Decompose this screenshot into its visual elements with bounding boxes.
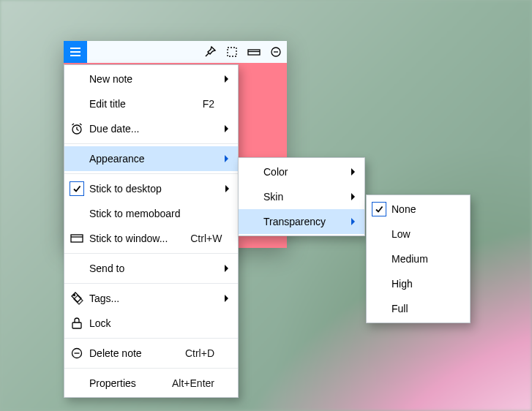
alarm-clock-icon	[70, 121, 84, 136]
menu-item-label: Edit title	[89, 98, 171, 110]
menu-item-label: Full	[391, 303, 464, 314]
window-icon	[247, 47, 261, 57]
menu-item-delete-note[interactable]: Delete note Ctrl+D	[64, 341, 238, 366]
menu-item-skin[interactable]: Skin	[239, 184, 364, 209]
hamburger-icon	[70, 47, 81, 57]
svg-rect-1	[70, 51, 80, 53]
menu-item-label: Delete note	[89, 347, 171, 359]
hamburger-menu-button[interactable]	[64, 41, 87, 63]
note-titlebar	[64, 41, 287, 63]
menu-item-shortcut: Ctrl+W	[178, 233, 228, 244]
menu-item-transparency-high[interactable]: High	[367, 271, 470, 296]
menu-separator	[64, 253, 238, 254]
menu-item-shortcut: F2	[171, 98, 220, 110]
menu-item-label: Due date...	[89, 123, 171, 135]
menu-item-lock[interactable]: Lock	[64, 311, 238, 336]
minus-circle-icon	[270, 46, 282, 58]
appearance-submenu: Color Skin Transparency	[238, 157, 365, 236]
menu-item-label: Low	[391, 228, 464, 240]
menu-item-label: Appearance	[89, 153, 171, 165]
svg-line-12	[72, 124, 75, 125]
submenu-arrow-icon	[351, 193, 355, 200]
menu-item-edit-title[interactable]: Edit title F2	[64, 91, 238, 116]
submenu-arrow-icon	[351, 168, 355, 176]
menu-item-label: Properties	[89, 377, 171, 389]
menu-item-appearance[interactable]: Appearance	[64, 146, 238, 171]
collapse-button[interactable]	[265, 41, 287, 63]
submenu-arrow-icon	[225, 75, 228, 83]
menu-item-color[interactable]: Color	[239, 159, 364, 184]
menu-item-label: Send to	[89, 263, 171, 274]
window-button[interactable]	[243, 41, 265, 63]
menu-item-label: Color	[263, 166, 347, 178]
selection-button[interactable]	[221, 41, 243, 63]
svg-point-16	[74, 295, 75, 296]
svg-rect-2	[70, 55, 80, 56]
menu-item-label: Stick to desktop	[89, 183, 172, 195]
menu-item-label: New note	[89, 73, 171, 85]
svg-rect-5	[248, 50, 260, 55]
submenu-arrow-icon	[225, 155, 228, 162]
svg-rect-17	[72, 323, 81, 328]
menu-item-transparency-medium[interactable]: Medium	[367, 246, 470, 271]
menu-item-label: Stick to window...	[89, 233, 178, 244]
svg-rect-4	[228, 48, 236, 56]
menu-item-transparency-none[interactable]: None	[367, 197, 470, 222]
checkbox-checked-icon	[372, 202, 386, 216]
submenu-arrow-icon	[225, 295, 228, 302]
menu-item-send-to[interactable]: Send to	[64, 256, 238, 281]
checkbox-checked-icon	[70, 181, 84, 196]
svg-line-11	[77, 129, 79, 131]
submenu-arrow-icon	[351, 218, 355, 225]
menu-item-new-note[interactable]: New note	[64, 67, 238, 91]
tags-icon	[70, 291, 84, 306]
menu-separator	[64, 338, 238, 339]
svg-rect-14	[71, 235, 83, 242]
menu-item-label: Tags...	[89, 293, 171, 304]
submenu-arrow-icon	[225, 265, 228, 272]
menu-separator	[64, 368, 238, 369]
svg-line-3	[206, 53, 209, 56]
svg-line-13	[80, 124, 82, 125]
window-icon	[70, 233, 84, 244]
menu-item-transparency[interactable]: Transparency	[239, 209, 364, 234]
submenu-arrow-icon	[225, 125, 228, 132]
menu-item-due-date[interactable]: Due date...	[64, 116, 238, 141]
menu-item-label: None	[391, 203, 464, 215]
menu-item-label: Skin	[263, 191, 347, 203]
menu-item-shortcut: Ctrl+D	[171, 347, 220, 359]
menu-separator	[64, 173, 238, 174]
transparency-submenu: None Low Medium High Full	[366, 195, 471, 323]
pin-icon	[203, 45, 217, 59]
minus-circle-icon	[70, 347, 83, 360]
menu-item-stick-to-memoboard[interactable]: Stick to memoboard	[64, 201, 238, 226]
menu-item-transparency-full[interactable]: Full	[367, 296, 470, 321]
menu-item-label: High	[391, 278, 464, 290]
menu-separator	[64, 283, 238, 284]
selection-icon	[226, 46, 238, 58]
menu-separator	[64, 143, 238, 144]
menu-item-properties[interactable]: Properties Alt+Enter	[64, 371, 238, 396]
pin-button[interactable]	[199, 41, 221, 63]
menu-item-tags[interactable]: Tags...	[64, 286, 238, 311]
menu-item-stick-to-desktop[interactable]: Stick to desktop	[64, 176, 238, 201]
menu-item-label: Medium	[391, 253, 464, 265]
menu-item-stick-to-window[interactable]: Stick to window... Ctrl+W	[64, 226, 238, 251]
menu-item-label: Transparency	[263, 216, 347, 227]
menu-item-shortcut: Alt+Enter	[171, 377, 220, 389]
menu-item-label: Lock	[89, 317, 171, 329]
submenu-arrow-icon	[225, 185, 229, 192]
menu-item-transparency-low[interactable]: Low	[367, 222, 470, 246]
menu-item-label: Stick to memoboard	[89, 208, 191, 219]
svg-rect-0	[70, 48, 80, 49]
main-context-menu: New note Edit title F2 Due date... Appea…	[64, 64, 239, 398]
lock-icon	[70, 316, 83, 331]
